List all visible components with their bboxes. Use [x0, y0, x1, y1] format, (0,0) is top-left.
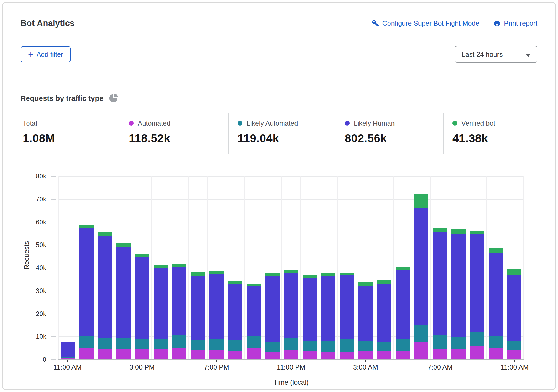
bar-slot	[96, 176, 114, 360]
bar-slot	[412, 176, 431, 360]
bar-slot	[226, 176, 244, 360]
x-tick-label: 7:00 AM	[416, 363, 464, 371]
stacked-bar-1-00-am[interactable]	[321, 273, 336, 360]
stacked-bar-3-00-pm[interactable]	[135, 254, 149, 360]
verified-bot-legend-dot-icon	[452, 121, 457, 126]
stat-value: 118.52k	[129, 132, 228, 145]
bar-segment-verified-bot	[507, 269, 521, 275]
y-tick-label: 60k	[25, 218, 46, 226]
bar-segment-likely-automated	[191, 340, 205, 350]
bar-segment-likely-automated	[321, 341, 336, 352]
stacked-bar-12-00-am[interactable]	[303, 275, 317, 360]
bar-segment-automated	[377, 351, 391, 360]
bar-segment-likely-human	[209, 274, 224, 339]
x-tick-label: 3:00 AM	[341, 363, 390, 371]
stacked-bar-3-00-am[interactable]	[358, 282, 373, 360]
x-tick-label: 7:00 PM	[192, 363, 241, 371]
x-tick-mark	[67, 360, 68, 362]
bar-segment-verified-bot	[321, 273, 336, 276]
configure-link-label: Configure Super Bot Fight Mode	[382, 19, 480, 27]
stat-label: Automated	[138, 119, 170, 127]
bar-slot	[263, 176, 281, 360]
stacked-bar-2-00-am[interactable]	[340, 273, 354, 360]
stacked-bar-10-00-am[interactable]	[489, 248, 503, 360]
bar-segment-automated	[191, 350, 205, 360]
bar-segment-verified-bot	[377, 280, 391, 284]
bar-segment-likely-automated	[228, 340, 242, 351]
bar-slot	[244, 176, 263, 360]
bar-segment-likely-human	[358, 286, 373, 341]
bar-slot	[393, 176, 412, 360]
chevron-down-icon	[526, 54, 531, 57]
stat-verified-bot: Verified bot41.38k	[443, 113, 537, 154]
bar-segment-likely-automated	[507, 341, 521, 350]
y-tick-mark	[51, 314, 56, 314]
stacked-bar-9-00-am[interactable]	[470, 231, 484, 360]
stacked-bar-6-00-am[interactable]	[414, 194, 429, 360]
y-tick-label: 10k	[25, 333, 46, 340]
bar-segment-automated	[303, 351, 317, 360]
stacked-bar-10-00-pm[interactable]	[265, 273, 280, 360]
bar-segment-automated	[116, 349, 131, 360]
bar-segment-verified-bot	[433, 228, 447, 232]
stacked-bar-5-00-pm[interactable]	[172, 264, 187, 360]
x-tick-label: 11:00 AM	[43, 363, 92, 371]
stacked-bar-11-00-am[interactable]	[507, 269, 521, 360]
stacked-bar-9-00-pm[interactable]	[247, 284, 261, 360]
bar-segment-likely-automated	[116, 338, 131, 349]
time-range-value: Last 24 hours	[462, 51, 503, 58]
bar-segment-automated	[470, 346, 484, 360]
bar-segment-verified-bot	[116, 243, 131, 247]
likely-automated-legend-dot-icon	[238, 121, 242, 126]
bar-segment-automated	[321, 352, 336, 360]
plus-icon: +	[28, 50, 33, 59]
bar-segment-verified-bot	[470, 231, 484, 234]
bar-segment-verified-bot	[489, 248, 503, 253]
bar-slot	[486, 176, 505, 360]
stat-label: Total	[23, 119, 37, 127]
bar-segment-automated	[451, 349, 466, 360]
stacked-bar-2-00-pm[interactable]	[116, 243, 131, 360]
bar-segment-likely-automated	[98, 338, 112, 349]
y-axis-label: Requests	[23, 220, 31, 291]
stat-automated: Automated118.52k	[120, 113, 228, 154]
bars-layer	[58, 176, 524, 360]
stacked-bar-4-00-am[interactable]	[377, 280, 391, 360]
y-tick-mark	[51, 336, 56, 337]
stacked-bar-6-00-pm[interactable]	[191, 272, 205, 360]
bar-segment-likely-human	[172, 267, 187, 335]
print-report-link[interactable]: Print report	[493, 19, 537, 27]
y-tick-label: 30k	[25, 287, 46, 295]
bar-slot	[356, 176, 375, 360]
stacked-bar-11-00-pm[interactable]	[284, 270, 298, 360]
stacked-bar-7-00-am[interactable]	[433, 228, 447, 360]
time-range-dropdown[interactable]: Last 24 hours	[455, 46, 537, 63]
x-tick-mark	[142, 360, 142, 362]
stat-likely-human: Likely Human802.56k	[336, 113, 443, 154]
x-tick-mark	[291, 360, 291, 362]
bar-segment-likely-human	[228, 284, 242, 340]
stacked-bar-1-00-pm[interactable]	[98, 232, 112, 360]
y-tick-label: 80k	[25, 172, 46, 180]
configure-super-bot-fight-mode-link[interactable]: Configure Super Bot Fight Mode	[372, 19, 480, 27]
stat-value: 802.56k	[345, 132, 443, 145]
bar-segment-likely-automated	[377, 342, 391, 351]
bar-slot	[151, 176, 170, 360]
stacked-bar-7-00-pm[interactable]	[209, 271, 224, 360]
stacked-bar-8-00-pm[interactable]	[228, 281, 242, 360]
bar-slot	[188, 176, 207, 360]
bar-segment-likely-automated	[247, 336, 261, 349]
bar-segment-automated	[247, 348, 261, 360]
add-filter-button[interactable]: + Add filter	[21, 46, 71, 62]
stacked-bar-11-00-am[interactable]	[61, 342, 75, 360]
stat-label: Likely Human	[354, 119, 395, 127]
stacked-bar-12-00-pm[interactable]	[79, 225, 94, 360]
bar-segment-verified-bot	[284, 270, 298, 273]
bar-segment-verified-bot	[98, 232, 112, 236]
bar-segment-verified-bot	[451, 229, 466, 234]
stacked-bar-8-00-am[interactable]	[451, 229, 466, 360]
stacked-bar-4-00-pm[interactable]	[154, 265, 168, 360]
bar-segment-automated	[433, 349, 447, 360]
x-tick-label: 3:00 PM	[118, 363, 166, 371]
stacked-bar-5-00-am[interactable]	[396, 267, 410, 360]
